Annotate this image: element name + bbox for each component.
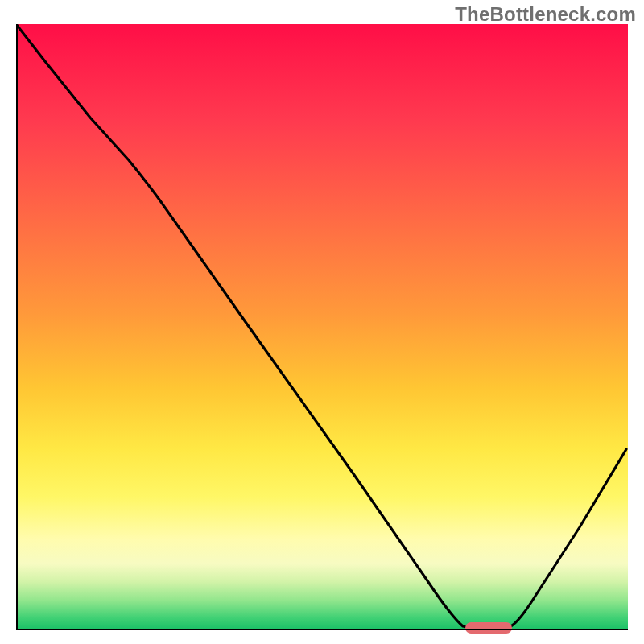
curve-path [16,24,626,629]
watermark-text: TheBottleneck.com [455,3,636,26]
plot-area [16,24,628,630]
chart-stage: TheBottleneck.com [0,0,644,644]
bottleneck-curve [16,24,628,630]
optimal-marker [465,622,512,634]
